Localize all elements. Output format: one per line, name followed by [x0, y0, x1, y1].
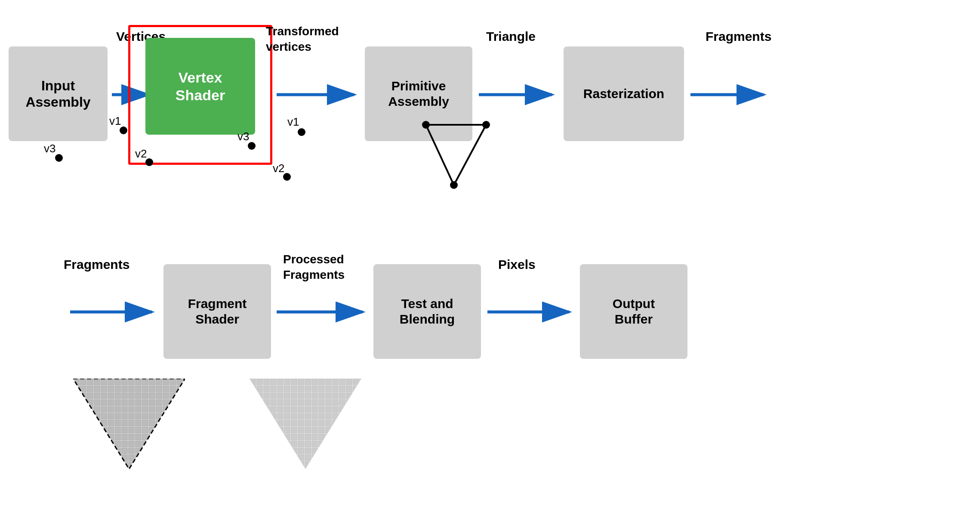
svg-rect-26 [250, 379, 361, 473]
svg-point-12 [482, 121, 490, 129]
svg-point-11 [422, 121, 430, 129]
pipeline-diagram: InputAssembly Vertices VertexShader Tran… [0, 0, 980, 506]
label-v3-before: v3 [44, 142, 55, 155]
svg-rect-22 [73, 379, 185, 473]
arrow-4 [688, 82, 770, 108]
vertex-shader-box: VertexShader [145, 38, 255, 135]
test-blending-box: Test andBlending [373, 264, 481, 359]
arrow-2 [274, 82, 361, 108]
dot-v1-after [298, 128, 305, 136]
fragment-shader-box: FragmentShader [163, 264, 271, 359]
svg-line-9 [454, 125, 486, 185]
input-assembly-box: InputAssembly [9, 46, 108, 141]
arrow-bottom-3 [485, 299, 576, 325]
fragments-top-label: Fragments [706, 29, 771, 44]
triangle-label: Triangle [486, 29, 536, 44]
label-v1-before: v1 [109, 114, 121, 128]
arrow-bottom-2 [274, 299, 369, 325]
pixel-triangle-processed [250, 379, 361, 473]
rasterization-box: Rasterization [564, 46, 684, 141]
pixel-triangle-dashed [73, 379, 185, 473]
dot-v3-before [55, 154, 63, 162]
pixels-label: Pixels [498, 257, 536, 272]
label-v1-after: v1 [287, 115, 299, 129]
svg-point-13 [450, 181, 458, 189]
arrow-bottom-1 [68, 299, 158, 325]
arrow-3 [477, 82, 558, 108]
output-buffer-box: OutputBuffer [580, 264, 687, 359]
input-assembly-label: InputAssembly [25, 77, 90, 111]
processed-fragments-label: ProcessedFragments [283, 252, 345, 283]
fragments-bottom-label: Fragments [64, 257, 129, 272]
triangle-outline [413, 112, 499, 194]
svg-line-10 [426, 125, 454, 185]
label-v2-before: v2 [135, 147, 147, 160]
label-v3-after: v3 [237, 130, 249, 143]
label-v2-after: v2 [273, 162, 284, 175]
transformed-vertices-label: Transformedvertices [266, 24, 339, 55]
